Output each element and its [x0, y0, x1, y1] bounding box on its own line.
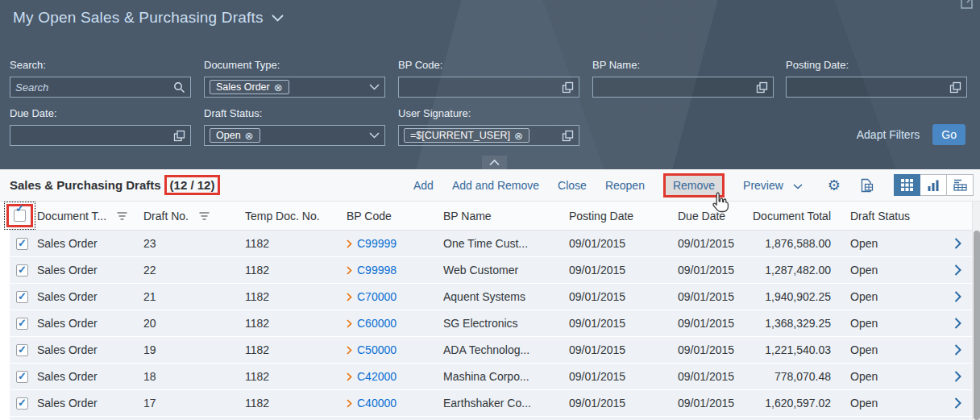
- bp-code-field: [398, 77, 579, 98]
- table-row[interactable]: Sales Order 22 1182 C99998 Web Customer …: [10, 257, 972, 284]
- cell-temp-doc-no: 1182: [245, 317, 347, 330]
- column-filter-icon[interactable]: [117, 210, 127, 222]
- column-header-due-date[interactable]: Due Date: [665, 210, 745, 222]
- bp-code-link[interactable]: C99998: [357, 264, 397, 277]
- due-date-input[interactable]: [15, 130, 173, 142]
- row-navigate-chevron-icon[interactable]: [954, 291, 961, 302]
- search-label: Search:: [10, 59, 46, 71]
- bp-code-input[interactable]: [404, 81, 562, 94]
- cell-draft-status: Open: [850, 290, 943, 303]
- table-row[interactable]: Sales Order 23 1182 C99999 One Time Cust…: [10, 231, 972, 257]
- row-navigate-chevron-icon[interactable]: [954, 371, 961, 382]
- table-row[interactable]: Sales Order 21 1182 C70000 Aquent System…: [10, 284, 972, 310]
- row-checkbox[interactable]: [16, 318, 28, 330]
- go-button[interactable]: Go: [932, 124, 965, 145]
- column-header-draft-no[interactable]: Draft No.: [143, 210, 189, 222]
- adapt-filters-link[interactable]: Adapt Filters: [857, 128, 920, 141]
- row-navigate-chevron-icon[interactable]: [954, 397, 961, 409]
- add-button[interactable]: Add: [413, 179, 434, 192]
- posting-date-label: Posting Date:: [786, 59, 849, 71]
- settings-gear-icon[interactable]: ⚙: [828, 178, 841, 193]
- page-title-row[interactable]: My Open Sales & Purchasing Drafts: [13, 9, 284, 27]
- cell-document-type: Sales Order: [37, 343, 143, 356]
- reopen-button[interactable]: Reopen: [605, 179, 645, 192]
- chevron-down-icon[interactable]: [369, 132, 380, 139]
- row-navigate-chevron-icon[interactable]: [954, 238, 961, 249]
- preview-menu-chevron-icon[interactable]: [793, 178, 803, 193]
- chevron-down-icon[interactable]: [369, 84, 380, 90]
- column-header-document-type[interactable]: Document T...: [37, 210, 106, 222]
- open-new-window-icon[interactable]: [960, 0, 976, 14]
- bp-code-link[interactable]: C99999: [357, 237, 397, 250]
- cell-due-date: 09/01/2015: [665, 397, 745, 410]
- row-checkbox[interactable]: [16, 397, 28, 410]
- vertical-scrollbar[interactable]: [972, 202, 980, 420]
- draft-status-select[interactable]: Open ⊗: [204, 125, 385, 146]
- token-remove-icon[interactable]: ⊗: [245, 131, 254, 141]
- cell-posting-date: 09/01/2015: [556, 237, 665, 250]
- collapse-filter-bar-tab[interactable]: [482, 156, 507, 169]
- bp-code-link[interactable]: C60000: [357, 317, 397, 330]
- cell-document-type: Sales Order: [37, 370, 143, 383]
- cell-draft-status: Open: [850, 397, 943, 410]
- cell-bp-name: SG Electronics: [443, 317, 556, 330]
- remove-button[interactable]: Remove: [673, 179, 715, 192]
- table-row[interactable]: Sales Order 20 1182 C60000 SG Electronic…: [10, 310, 972, 337]
- draft-status-token-label: Open: [216, 130, 241, 141]
- export-spreadsheet-icon[interactable]: [859, 178, 874, 193]
- row-checkbox[interactable]: [16, 344, 28, 356]
- value-help-icon[interactable]: [173, 130, 185, 142]
- close-button[interactable]: Close: [558, 179, 587, 192]
- bp-code-link[interactable]: C42000: [357, 370, 397, 383]
- scrollbar-thumb[interactable]: [974, 231, 980, 420]
- value-help-icon[interactable]: [562, 81, 574, 94]
- select-all-checkbox[interactable]: [14, 210, 26, 222]
- row-navigate-chevron-icon[interactable]: [954, 344, 961, 356]
- value-help-icon[interactable]: [562, 130, 574, 142]
- document-type-token: Sales Order ⊗: [210, 80, 289, 94]
- preview-button[interactable]: Preview: [743, 179, 783, 192]
- value-help-icon[interactable]: [756, 81, 768, 94]
- cell-document-type: Sales Order: [37, 317, 143, 330]
- row-checkbox[interactable]: [16, 291, 28, 303]
- chart-table-view-button[interactable]: [947, 174, 974, 196]
- chart-view-button[interactable]: [920, 174, 947, 196]
- token-remove-icon[interactable]: ⊗: [274, 82, 283, 93]
- add-and-remove-button[interactable]: Add and Remove: [452, 179, 539, 192]
- bp-code-link[interactable]: C40000: [357, 397, 397, 410]
- bp-code-link[interactable]: C70000: [357, 290, 397, 303]
- search-icon[interactable]: [173, 81, 185, 94]
- column-header-posting-date[interactable]: Posting Date: [556, 210, 665, 222]
- posting-date-input[interactable]: [791, 81, 949, 94]
- document-type-select[interactable]: Sales Order ⊗: [204, 77, 385, 98]
- cell-temp-doc-no: 1182: [245, 237, 347, 250]
- bp-code-link[interactable]: C50000: [357, 343, 397, 356]
- row-navigate-chevron-icon[interactable]: [954, 318, 961, 329]
- token-remove-icon[interactable]: ⊗: [514, 131, 523, 141]
- column-header-bp-name[interactable]: BP Name: [443, 210, 556, 222]
- column-header-draft-status[interactable]: Draft Status: [850, 210, 943, 222]
- row-checkbox[interactable]: [16, 371, 28, 383]
- bp-name-input[interactable]: [598, 81, 756, 94]
- table-row[interactable]: Sales Order 18 1182 C42000 Mashina Corpo…: [10, 364, 972, 390]
- bp-code-chevron-icon: [347, 293, 352, 301]
- column-header-bp-code[interactable]: BP Code: [347, 210, 443, 222]
- grid-view-button[interactable]: [894, 174, 920, 196]
- row-checkbox[interactable]: [16, 264, 28, 277]
- bp-code-chevron-icon: [347, 372, 352, 381]
- search-input[interactable]: [15, 81, 173, 94]
- due-date-label: Due Date:: [10, 107, 57, 119]
- title-chevron-down-icon[interactable]: [272, 15, 284, 22]
- column-header-document-total[interactable]: Document Total: [745, 210, 850, 222]
- column-header-temp-doc-no[interactable]: Temp Doc. No.: [245, 210, 347, 222]
- cell-document-type: Sales Order: [37, 290, 143, 303]
- cell-bp-name: Web Customer: [443, 264, 556, 277]
- cell-draft-no: 20: [143, 317, 245, 330]
- row-checkbox[interactable]: [16, 238, 28, 250]
- column-filter-icon[interactable]: [199, 210, 210, 222]
- row-navigate-chevron-icon[interactable]: [954, 264, 961, 276]
- table-row[interactable]: Sales Order 17 1182 C40000 Earthshaker C…: [10, 390, 972, 417]
- value-help-icon[interactable]: [949, 81, 961, 94]
- view-switcher: [894, 174, 974, 196]
- table-row[interactable]: Sales Order 19 1182 C50000 ADA Technolog…: [10, 337, 972, 364]
